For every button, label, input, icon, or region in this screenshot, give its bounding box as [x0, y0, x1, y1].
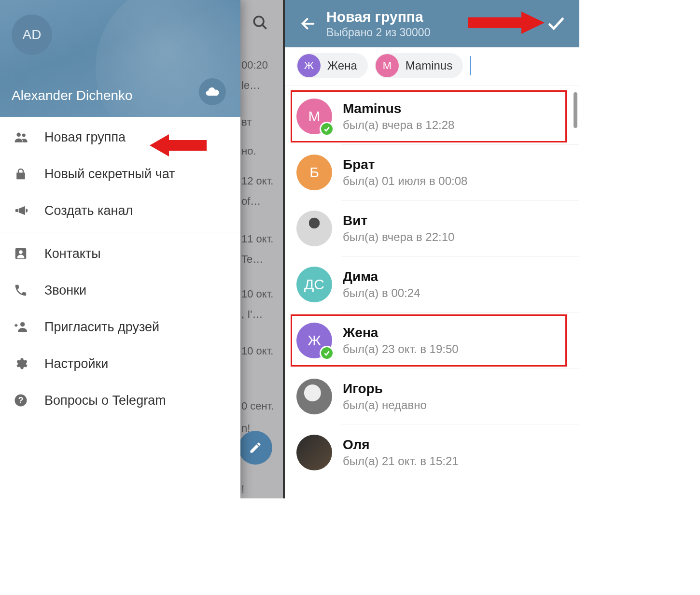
contact-row[interactable]: Игорьбыл(а) недавно [285, 368, 579, 425]
menu-item-label: Контакты [44, 246, 101, 261]
contact-row[interactable]: ББратбыл(а) 01 июля в 00:08 [285, 144, 579, 200]
profile-name: Alexander Dichenko [12, 88, 133, 103]
contact-status: был(а) 01 июля в 00:08 [343, 174, 467, 188]
contact-status: был(а) в 00:24 [343, 286, 420, 300]
contact-status: был(а) вчера в 22:10 [343, 230, 454, 244]
svg-line-1 [263, 25, 266, 29]
svg-point-3 [22, 134, 26, 137]
contact-name: Жена [343, 325, 459, 340]
contact-avatar [296, 435, 332, 470]
bg-chat-fragment: 10 окт. [241, 288, 278, 300]
person-icon [14, 246, 44, 261]
contact-avatar [296, 211, 332, 246]
drawer-panel: 00:20le…втно.12 окт.of…11 окт.Te…10 окт.… [0, 0, 285, 498]
text-cursor [470, 56, 471, 75]
bg-chat-fragment: 10 окт. [241, 345, 278, 357]
drawer-menu: Новая группаНовый секретный чатСоздать к… [0, 117, 240, 419]
contact-name: Оля [343, 437, 459, 453]
selected-chips-area[interactable]: ЖЖенаMMaminus [285, 47, 579, 85]
bg-chat-fragment: , I'… [241, 308, 278, 321]
bg-chat-fragment: но. [241, 145, 278, 157]
contact-name: Вит [343, 213, 454, 228]
menu-divider [0, 232, 240, 232]
svg-marker-9 [150, 134, 207, 156]
menu-item-person[interactable]: Контакты [0, 235, 240, 272]
bg-chat-fragment: 0 сент. [241, 400, 278, 412]
contact-status: был(а) недавно [343, 398, 427, 412]
person-add-icon [14, 319, 44, 335]
gear-icon [14, 356, 44, 371]
menu-item-label: Настройки [44, 356, 108, 371]
drawer-header[interactable]: AD Alexander Dichenko [0, 0, 240, 117]
lock-icon [14, 167, 44, 181]
contact-row[interactable]: Витбыл(а) вчера в 22:10 [285, 200, 579, 256]
selected-check-icon [320, 122, 334, 136]
svg-marker-11 [468, 12, 545, 34]
annotation-arrow-right [468, 11, 546, 35]
contact-name: Игорь [343, 381, 427, 397]
selected-chip[interactable]: ЖЖена [296, 53, 368, 78]
contact-avatar: Ж [296, 323, 332, 358]
bg-chat-fragment: Te… [241, 253, 278, 266]
contact-status: был(а) 21 окт. в 15:21 [343, 454, 459, 468]
saved-messages-button[interactable] [199, 78, 226, 105]
avatar-initials: AD [23, 27, 42, 42]
navigation-drawer: AD Alexander Dichenko Новая группаНовый … [0, 0, 240, 498]
contact-name: Брат [343, 157, 467, 172]
contact-avatar [296, 379, 332, 414]
menu-item-label: Звонки [44, 283, 86, 298]
annotation-arrow-left [150, 131, 208, 159]
contact-name: Maminus [343, 101, 454, 116]
contact-status: был(а) 23 окт. в 19:50 [343, 342, 459, 356]
group-icon [14, 129, 44, 145]
chip-avatar: M [376, 54, 399, 77]
contact-avatar: Б [296, 155, 332, 190]
menu-item-person-add[interactable]: Пригласить друзей [0, 309, 240, 345]
menu-item-label: Новая группа [44, 130, 126, 145]
contact-row[interactable]: MMaminusбыл(а) вчера в 12:28 [285, 88, 579, 144]
contact-status: был(а) вчера в 12:28 [343, 118, 454, 132]
chip-label: Maminus [400, 59, 452, 72]
svg-point-6 [20, 322, 25, 326]
contact-row[interactable]: ДСДимабыл(а) в 00:24 [285, 256, 579, 312]
svg-text:?: ? [18, 396, 24, 405]
menu-item-label: Новый секретный чат [44, 167, 175, 182]
contact-row[interactable]: Олябыл(а) 21 окт. в 15:21 [285, 425, 579, 481]
bg-chat-fragment: 12 окт. [241, 175, 278, 187]
contact-row[interactable]: ЖЖенабыл(а) 23 окт. в 19:50 [285, 312, 579, 368]
menu-item-label: Пригласить друзей [44, 320, 159, 335]
selected-chip[interactable]: MMaminus [375, 53, 463, 78]
chip-label: Жена [322, 59, 357, 72]
compose-fab[interactable] [238, 431, 272, 465]
chip-avatar: Ж [297, 54, 321, 77]
bg-chat-fragment: 11 окт. [241, 233, 278, 245]
selected-check-icon [320, 346, 334, 360]
svg-point-2 [16, 132, 21, 137]
bg-chat-fragment: of… [241, 195, 278, 208]
contact-avatar: M [296, 99, 332, 134]
menu-item-lock[interactable]: Новый секретный чат [0, 156, 240, 192]
contact-avatar: ДС [296, 267, 332, 302]
menu-item-phone[interactable]: Звонки [0, 272, 240, 309]
megaphone-icon [14, 203, 44, 218]
help-icon: ? [14, 393, 44, 408]
svg-point-5 [19, 250, 23, 254]
phone-icon [14, 283, 44, 298]
menu-item-megaphone[interactable]: Создать канал [0, 192, 240, 229]
new-group-panel: Новая группа Выбрано 2 из 30000 ЖЖенаMMa… [285, 0, 579, 498]
bg-chat-fragment: ! [241, 483, 278, 496]
confirm-button[interactable] [542, 14, 571, 33]
back-button[interactable] [294, 15, 322, 32]
menu-item-label: Создать канал [44, 203, 133, 218]
menu-item-help[interactable]: ?Вопросы о Telegram [0, 382, 240, 419]
menu-item-label: Вопросы о Telegram [44, 393, 166, 408]
contacts-list[interactable]: MMaminusбыл(а) вчера в 12:28ББратбыл(а) … [285, 85, 579, 498]
contact-name: Дима [343, 269, 420, 284]
avatar[interactable]: AD [12, 14, 52, 55]
menu-item-gear[interactable]: Настройки [0, 345, 240, 382]
